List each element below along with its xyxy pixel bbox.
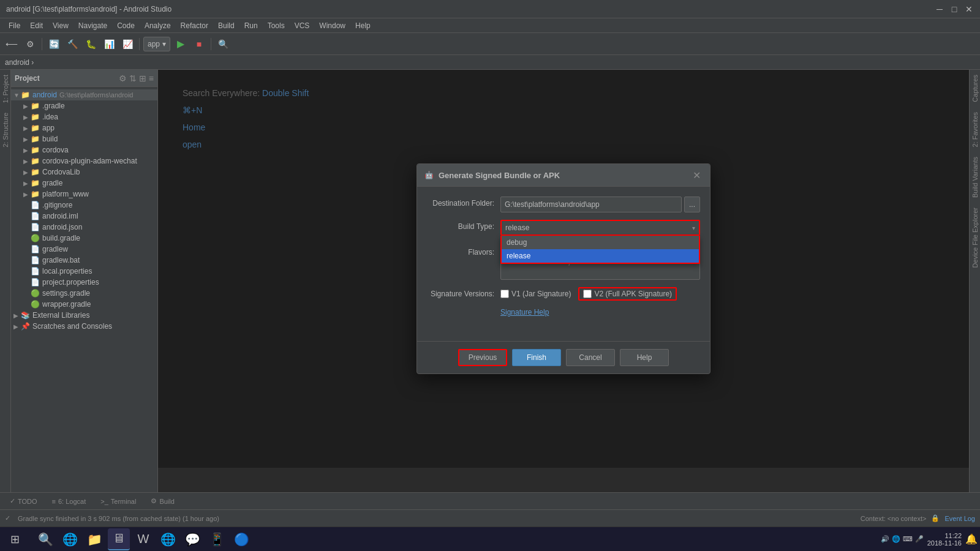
tree-item-cordovalib[interactable]: ▶ 📁 CordovaLib: [11, 167, 157, 178]
menu-navigate[interactable]: Navigate: [74, 20, 112, 31]
sidebar-tab-structure[interactable]: 2: Structure: [0, 108, 10, 152]
tree-item-gradle[interactable]: ▶ 📁 .gradle: [11, 100, 157, 111]
taskbar-app-other[interactable]: 📱: [206, 528, 228, 550]
app-selector[interactable]: app ▾: [143, 37, 170, 51]
menu-tools[interactable]: Tools: [263, 20, 290, 31]
tree-item-android-iml[interactable]: ▶ 📄 android.iml: [11, 211, 157, 222]
settings-button[interactable]: ⚙: [22, 36, 38, 52]
tree-item-idea[interactable]: ▶ 📁 .idea: [11, 111, 157, 122]
tree-root[interactable]: ▼ 📁 android G:\test\platforms\android: [11, 89, 157, 100]
menu-build[interactable]: Build: [213, 20, 239, 31]
stop-button[interactable]: ■: [191, 36, 207, 52]
item-arrow: ▶: [23, 103, 31, 110]
tree-item-gitignore[interactable]: ▶ 📄 .gitignore: [11, 200, 157, 211]
sort-icon[interactable]: ⇅: [129, 73, 137, 83]
taskbar-app-chrome[interactable]: 🔵: [230, 528, 252, 550]
menu-refactor[interactable]: Refactor: [176, 20, 213, 31]
menu-view[interactable]: View: [48, 20, 74, 31]
close-button[interactable]: ✕: [964, 4, 974, 14]
menu-analyze[interactable]: Analyze: [140, 20, 176, 31]
taskbar-app-search[interactable]: 🔍: [34, 528, 56, 550]
dialog-close-button[interactable]: ✕: [690, 169, 703, 181]
tree-item-gradle-folder[interactable]: ▶ 📁 gradle: [11, 178, 157, 189]
tree-item-gradlew[interactable]: ▶ 📄 gradlew: [11, 244, 157, 255]
signature-help-link[interactable]: Signature Help: [500, 308, 549, 317]
finish-button[interactable]: Finish: [512, 349, 561, 366]
right-tab-device-file-explorer[interactable]: Device File Explorer: [970, 203, 980, 272]
option-release[interactable]: release: [502, 249, 699, 263]
menu-code[interactable]: Code: [112, 20, 140, 31]
menu-file[interactable]: File: [4, 20, 25, 31]
menu-help[interactable]: Help: [350, 20, 375, 31]
tab-build[interactable]: ⚙ Build: [146, 495, 179, 508]
taskbar-app-wechat[interactable]: 💬: [181, 528, 203, 550]
debug-button[interactable]: 🐛: [83, 36, 99, 52]
menu-window[interactable]: Window: [314, 20, 350, 31]
option-debug[interactable]: debug: [502, 236, 699, 249]
event-log-link[interactable]: Event Log: [944, 515, 975, 522]
menu-run[interactable]: Run: [239, 20, 263, 31]
back-button[interactable]: ⟵: [4, 36, 20, 52]
browse-button[interactable]: ...: [684, 197, 700, 212]
title-bar: android [G:\test\platforms\android] - An…: [0, 0, 980, 18]
tree-item-cordova-plugin[interactable]: ▶ 📁 cordova-plugin-adam-wechat: [11, 156, 157, 167]
help-button[interactable]: Help: [620, 349, 669, 366]
taskbar-app-explorer[interactable]: 📁: [83, 528, 105, 550]
item-arrow: ▶: [13, 312, 21, 319]
tree-item-wrapper-gradle[interactable]: ▶ 🟢 wrapper.gradle: [11, 299, 157, 310]
notification-button[interactable]: 🔔: [965, 533, 978, 545]
right-tab-captures[interactable]: Captures: [970, 70, 980, 107]
menu-edit[interactable]: Edit: [25, 20, 48, 31]
tree-item-settings-gradle[interactable]: ▶ 🟢 settings.gradle: [11, 288, 157, 299]
settings-icon[interactable]: ⚙: [119, 73, 127, 83]
item-label: Scratches and Consoles: [32, 322, 112, 331]
folder-icon: 📁: [31, 179, 40, 187]
date: 2018-11-16: [927, 539, 962, 547]
v2-label: V2 (Full APK Signature): [594, 290, 672, 298]
run-button[interactable]: ▶: [173, 36, 189, 52]
tab-logcat[interactable]: ≡ 6: Logcat: [47, 495, 91, 508]
expand-icon[interactable]: ⊞: [139, 73, 146, 83]
sidebar-tab-project[interactable]: 1: Project: [0, 70, 10, 108]
taskbar-app-ie[interactable]: 🌐: [59, 528, 81, 550]
tree-item-build-gradle[interactable]: ▶ 🟢 build.gradle: [11, 233, 157, 244]
tree-item-android-json[interactable]: ▶ 📄 android.json: [11, 222, 157, 233]
start-button[interactable]: ⊞: [2, 527, 27, 552]
terminal-icon: >_: [100, 498, 108, 505]
taskbar-app-intellij[interactable]: 🖥: [108, 528, 130, 550]
maximize-button[interactable]: □: [949, 4, 959, 14]
tree-item-external-libraries[interactable]: ▶ 📚 External Libraries: [11, 310, 157, 321]
tree-item-build[interactable]: ▶ 📁 build: [11, 133, 157, 144]
tab-terminal[interactable]: >_ Terminal: [96, 495, 141, 508]
coverage-button[interactable]: 📊: [101, 36, 117, 52]
taskbar-app-word[interactable]: W: [132, 528, 154, 550]
signature-versions-row: Signature Versions: V1 (Jar Signature) V…: [427, 287, 700, 324]
tree-item-app[interactable]: ▶ 📁 app: [11, 122, 157, 133]
destination-input[interactable]: [500, 197, 682, 212]
build-button[interactable]: 🔨: [64, 36, 80, 52]
folder-icon: 📁: [31, 135, 40, 143]
minimize-button[interactable]: ─: [935, 4, 944, 14]
v2-checkbox[interactable]: [583, 290, 592, 298]
previous-button[interactable]: Previous: [458, 349, 507, 366]
menu-vcs[interactable]: VCS: [290, 20, 315, 31]
dialog: 🤖 Generate Signed Bundle or APK ✕ Destin…: [417, 163, 710, 374]
toolbar: ⟵ ⚙ 🔄 🔨 🐛 📊 📈 app ▾ ▶ ■ 🔍: [0, 33, 980, 55]
cancel-button[interactable]: Cancel: [566, 349, 615, 366]
tree-item-project-properties[interactable]: ▶ 📄 project.properties: [11, 277, 157, 288]
build-type-dropdown[interactable]: release ▾: [500, 220, 700, 236]
right-tab-build-variants[interactable]: Build Variants: [970, 152, 980, 203]
tree-item-local-properties[interactable]: ▶ 📄 local.properties: [11, 266, 157, 277]
search-everywhere-button[interactable]: 🔍: [215, 36, 231, 52]
taskbar-app-browser[interactable]: 🌐: [157, 528, 179, 550]
v1-checkbox[interactable]: [500, 290, 509, 298]
tree-item-scratches[interactable]: ▶ 📌 Scratches and Consoles: [11, 321, 157, 332]
tab-todo[interactable]: ✓ TODO: [5, 495, 42, 508]
tree-item-gradlew-bat[interactable]: ▶ 📄 gradlew.bat: [11, 255, 157, 266]
gear-icon[interactable]: ≡: [149, 73, 154, 83]
right-tab-favorites[interactable]: 2: Favorites: [970, 107, 980, 152]
tree-item-cordova[interactable]: ▶ 📁 cordova: [11, 144, 157, 156]
profile-button[interactable]: 📈: [119, 36, 135, 52]
tree-item-platform-www[interactable]: ▶ 📁 platform_www: [11, 189, 157, 200]
sync-button[interactable]: 🔄: [46, 36, 62, 52]
